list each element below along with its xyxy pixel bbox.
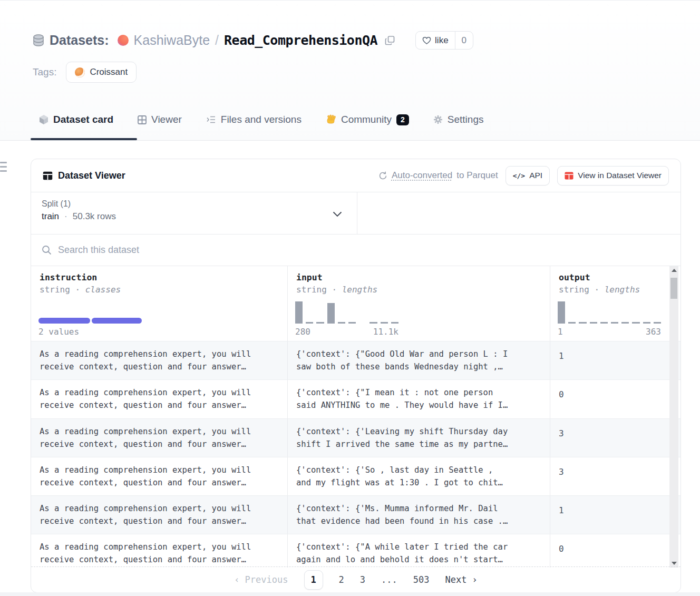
auto-converted-link[interactable]: Auto-converted [392, 170, 452, 181]
page-2-button[interactable]: 2 [339, 574, 344, 585]
split-row: Split (1) train · 50.3k rows [31, 192, 680, 235]
previous-label: Previous [245, 574, 288, 585]
breadcrumb-separator: / [215, 33, 219, 48]
like-count[interactable]: 0 [455, 32, 473, 49]
column-type: string [40, 285, 70, 295]
card-title: Dataset Viewer [58, 170, 125, 181]
tab-dataset-card[interactable]: Dataset card [39, 114, 113, 125]
table-header-row: instruction string · classes 2 values in… [31, 266, 680, 341]
cell-output: 0 [559, 541, 672, 554]
column-header-instruction[interactable]: instruction string · classes 2 values [31, 266, 288, 341]
page-1-button[interactable]: 1 [304, 570, 323, 590]
org-link[interactable]: KashiwaByte [134, 33, 210, 48]
search-row [31, 235, 680, 266]
org-avatar[interactable] [118, 35, 129, 46]
data-table: instruction string · classes 2 values in… [31, 266, 680, 568]
tab-settings[interactable]: Settings [433, 114, 484, 125]
scrollbar-thumb[interactable] [670, 278, 677, 299]
cell-input: {'context': {'Leaving my shift Thursday … [296, 425, 541, 451]
cell-output: 3 [559, 464, 672, 477]
community-count-badge: 2 [396, 114, 409, 125]
split-row-count: 50.3k rows [73, 211, 116, 222]
page-503-button[interactable]: 503 [413, 574, 430, 585]
tags-label: Tags: [33, 66, 56, 78]
table-row[interactable]: As a reading comprehension expert, you w… [31, 379, 680, 418]
dataset-name[interactable]: Read_ComprehensionQA [224, 33, 377, 48]
card-header: Dataset Viewer Auto-converted to Parquet… [31, 159, 680, 192]
cell-input: {'context': {"I mean it : not one person… [296, 386, 541, 412]
active-tab-underline [31, 138, 137, 140]
column-name: input [296, 272, 541, 282]
view-button-label: View in Dataset Viewer [578, 171, 662, 180]
code-icon: </> [513, 172, 525, 180]
table-row[interactable]: As a reading comprehension expert, you w… [31, 495, 680, 534]
dot: · [594, 285, 599, 295]
tab-label: Settings [448, 114, 484, 125]
input-lengths-histogram[interactable] [295, 301, 398, 324]
column-header-input[interactable]: input string · lengths 280 11.1k [288, 266, 550, 341]
table-body: As a reading comprehension expert, you w… [31, 341, 680, 568]
chevron-left-icon: ‹ [234, 574, 239, 585]
api-button[interactable]: </> API [505, 166, 550, 185]
output-lengths-histogram[interactable] [558, 301, 661, 324]
table-scrollbar[interactable] [669, 266, 678, 568]
split-label: Split (1) [42, 199, 346, 209]
tab-label: Community [341, 114, 392, 125]
split-name: train [42, 211, 59, 222]
hist-min-label: 280 [295, 327, 310, 337]
hist-max-label: 11.1k [373, 327, 398, 337]
chevron-down-icon [333, 211, 342, 217]
previous-page-button[interactable]: ‹ Previous [234, 574, 288, 585]
column-type: string [296, 285, 327, 295]
table-row[interactable]: As a reading comprehension expert, you w… [31, 534, 680, 568]
search-input[interactable] [58, 245, 532, 256]
dot: · [75, 285, 80, 295]
cell-instruction: As a reading comprehension expert, you w… [40, 425, 279, 451]
column-name: instruction [40, 272, 279, 282]
file-list-icon [206, 115, 216, 124]
cell-input: {'context': {"A while later I tried the … [296, 541, 541, 566]
chevron-right-icon: › [472, 574, 477, 585]
column-name: output [559, 272, 672, 282]
table-row[interactable]: As a reading comprehension expert, you w… [31, 457, 680, 495]
page-header: Datasets: KashiwaByte / Read_Comprehensi… [0, 1, 700, 141]
tag-croissant[interactable]: Croissant [66, 62, 137, 83]
next-label: Next [445, 574, 466, 585]
cell-output: 3 [559, 425, 672, 438]
search-icon [42, 245, 52, 255]
scroll-up-arrow[interactable] [669, 266, 678, 275]
api-button-label: API [529, 171, 542, 180]
tab-label: Dataset card [53, 114, 113, 125]
table-icon [43, 171, 53, 180]
table-row[interactable]: As a reading comprehension expert, you w… [31, 418, 680, 457]
tab-files-versions[interactable]: Files and versions [206, 114, 302, 125]
database-icon [33, 34, 44, 47]
breadcrumb: Datasets: KashiwaByte / Read_Comprehensi… [33, 31, 473, 50]
cell-instruction: As a reading comprehension expert, you w… [40, 541, 279, 566]
copy-icon[interactable] [385, 35, 395, 46]
cell-instruction: As a reading comprehension expert, you w… [40, 502, 279, 527]
toc-toggle-icon[interactable] [0, 162, 7, 174]
table-row[interactable]: As a reading comprehension expert, you w… [31, 341, 680, 379]
split-dot: · [64, 211, 67, 222]
next-page-button[interactable]: Next › [445, 574, 477, 585]
like-button[interactable]: like 0 [415, 31, 473, 50]
tab-community[interactable]: Community 2 [326, 114, 409, 125]
grid-icon [138, 115, 147, 124]
dataset-viewer-card: Dataset Viewer Auto-converted to Parquet… [31, 159, 681, 593]
cube-icon [39, 114, 48, 125]
cell-output: 1 [559, 348, 672, 361]
view-in-dataset-viewer-button[interactable]: View in Dataset Viewer [557, 166, 669, 185]
tab-viewer[interactable]: Viewer [138, 114, 182, 125]
column-subtype: lengths [605, 285, 640, 295]
page-3-button[interactable]: 3 [360, 574, 365, 585]
column-header-output[interactable]: output string · lengths 1 363 [550, 266, 680, 341]
classes-bar-chart[interactable] [38, 318, 142, 324]
cell-instruction: As a reading comprehension expert, you w… [40, 348, 279, 373]
column-type: string [559, 285, 589, 295]
dot: · [332, 285, 337, 295]
tag-label: Croissant [90, 67, 128, 77]
tab-bar: Dataset card Viewer File [39, 106, 483, 133]
page-ellipsis: ... [381, 574, 397, 585]
split-selector[interactable]: Split (1) train · 50.3k rows [31, 192, 357, 234]
